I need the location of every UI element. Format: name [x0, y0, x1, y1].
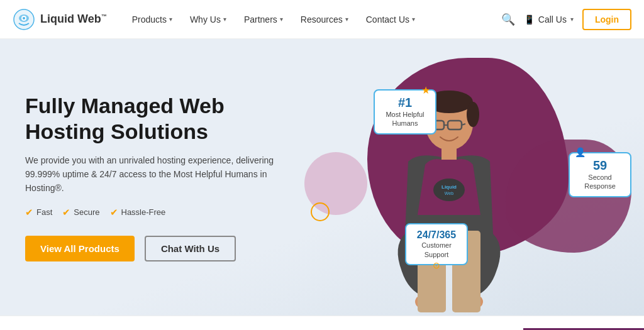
- card-1-number: #1: [382, 96, 428, 110]
- hero-content: Fully Managed Web Hosting Solutions We p…: [0, 62, 302, 293]
- chevron-down-icon: ▾: [223, 16, 226, 23]
- svg-point-3: [23, 17, 25, 19]
- hero-title: Fully Managed Web Hosting Solutions: [25, 93, 277, 145]
- chevron-down-icon: ▾: [345, 16, 348, 23]
- svg-rect-13: [441, 146, 457, 160]
- hero-badges: ✔ Fast ✔ Secure ✔ Hassle-Free: [25, 207, 277, 218]
- info-card-1: ★ #1 Most HelpfulHumans: [374, 89, 436, 135]
- hero-description: We provide you with an unrivaled hosting…: [25, 153, 277, 195]
- nav-why-us[interactable]: Why Us ▾: [182, 9, 234, 30]
- login-button[interactable]: Login: [582, 9, 631, 30]
- phone-icon: 📱: [524, 14, 535, 25]
- card-2-number: 59: [577, 158, 623, 173]
- nav-contact[interactable]: Contact Us ▾: [358, 9, 423, 30]
- hero-section: Fully Managed Web Hosting Solutions We p…: [0, 39, 644, 316]
- card-1-label: Most HelpfulHumans: [382, 110, 428, 128]
- nav-right: 🔍 📱 Call Us ▾ Login: [501, 9, 631, 30]
- person-icon: 👤: [575, 147, 586, 157]
- check-icon: ✔: [110, 207, 118, 218]
- svg-point-18: [433, 179, 465, 201]
- brand-name: Liquid Web™: [40, 13, 107, 26]
- navbar: Liquid Web™ Products ▾ Why Us ▾ Partners…: [0, 0, 644, 39]
- badge-fast: ✔ Fast: [25, 207, 52, 218]
- call-us-button[interactable]: 📱 Call Us ▾: [524, 14, 574, 25]
- chevron-down-icon: ▾: [280, 16, 283, 23]
- bottom-bar: Perfect-Fit Hosting for Your Next Projec…: [0, 316, 644, 330]
- svg-text:Liquid: Liquid: [441, 184, 457, 190]
- card-3-label: CustomerSupport: [414, 241, 459, 259]
- hero-visual: Liquid Web ★ #1 Most HelpfulHumans 👤 59 …: [267, 39, 644, 316]
- logo-icon: [13, 8, 35, 31]
- nav-products[interactable]: Products ▾: [125, 9, 180, 30]
- hero-buttons: View All Products Chat With Us: [25, 236, 277, 261]
- info-card-2: 👤 59 SecondResponse: [569, 152, 631, 197]
- search-icon[interactable]: 🔍: [501, 13, 515, 26]
- bottom-title: Perfect-Fit Hosting for Your Next Projec…: [25, 327, 290, 330]
- badge-secure: ✔ Secure: [62, 207, 99, 218]
- check-icon: ✔: [25, 207, 33, 218]
- decorative-circle-1: [311, 202, 330, 221]
- clock-icon: ⊙: [433, 260, 440, 270]
- svg-point-12: [467, 102, 479, 127]
- nav-partners[interactable]: Partners ▾: [236, 9, 291, 30]
- info-card-3: 24/7/365 CustomerSupport ⊙: [405, 223, 468, 265]
- svg-text:Web: Web: [445, 191, 453, 195]
- card-3-number: 24/7/365: [414, 229, 459, 241]
- view-all-products-button[interactable]: View All Products: [25, 236, 135, 261]
- nav-resources[interactable]: Resources ▾: [293, 9, 356, 30]
- card-2-label: SecondResponse: [577, 173, 623, 191]
- chevron-down-icon: ▾: [169, 16, 172, 23]
- chat-with-us-button[interactable]: Chat With Us: [145, 236, 236, 261]
- star-icon: ★: [421, 84, 430, 96]
- check-icon: ✔: [62, 207, 70, 218]
- nav-items: Products ▾ Why Us ▾ Partners ▾ Resources…: [125, 9, 501, 30]
- chevron-down-icon: ▾: [570, 16, 574, 23]
- logo[interactable]: Liquid Web™: [13, 8, 107, 31]
- badge-hassle-free: ✔ Hassle-Free: [110, 207, 166, 218]
- chevron-down-icon: ▾: [412, 16, 415, 23]
